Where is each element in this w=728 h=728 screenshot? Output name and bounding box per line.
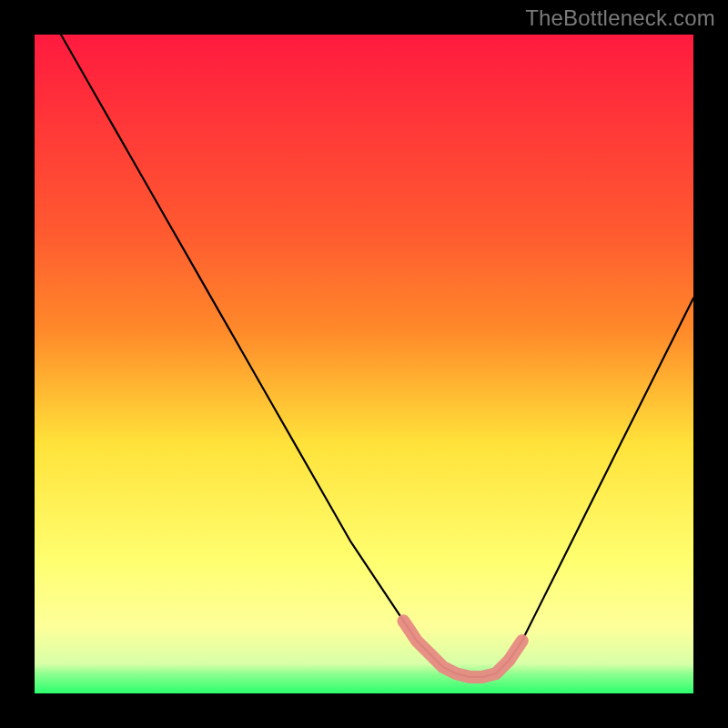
svg-rect-1 [35, 35, 693, 693]
bottleneck-chart [35, 35, 693, 693]
plot-area [35, 35, 693, 693]
watermark-text: TheBottleneck.com [525, 5, 715, 31]
chart-container: TheBottleneck.com [0, 0, 728, 728]
